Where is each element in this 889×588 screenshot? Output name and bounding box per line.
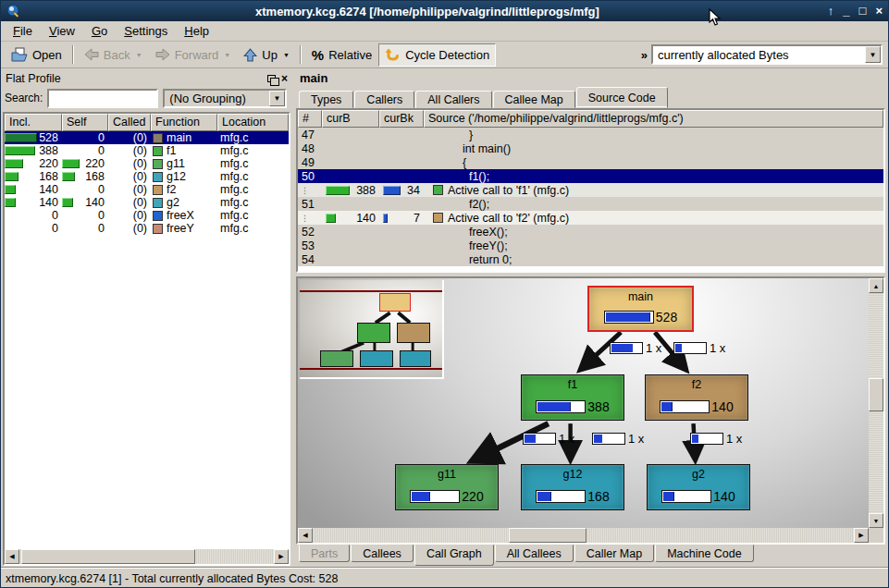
scroll-track[interactable] xyxy=(19,549,274,564)
forward-button[interactable]: Forward ▼ xyxy=(149,43,238,67)
source-text: freeY(); xyxy=(424,239,883,252)
flat-profile-hscrollbar[interactable]: ◀ ▶ xyxy=(5,549,289,564)
dock-float-icon[interactable] xyxy=(267,75,276,82)
source-line[interactable]: 49{ xyxy=(298,155,883,169)
scroll-down-icon[interactable]: ▼ xyxy=(869,513,883,528)
column-header-called[interactable]: Called xyxy=(108,114,151,131)
search-input[interactable] xyxy=(47,89,158,108)
menu-view[interactable]: View xyxy=(41,22,83,40)
event-type-dropdown-icon[interactable]: ▼ xyxy=(865,46,881,63)
tab-machine-code[interactable]: Machine Code xyxy=(655,545,754,562)
tab-caller-map[interactable]: Caller Map xyxy=(574,545,654,562)
graph-node-f2[interactable]: f2140 xyxy=(645,374,748,421)
source-line[interactable]: 51 f2(); xyxy=(298,197,883,211)
graph-node-g2[interactable]: g2140 xyxy=(647,464,750,510)
menu-help[interactable]: Help xyxy=(176,22,217,40)
source-call-line[interactable]: ⋮38834Active call to 'f1' (mfg.c) xyxy=(298,183,883,197)
scroll-thumb[interactable] xyxy=(21,549,195,564)
graph-node-g11[interactable]: g11220 xyxy=(395,464,499,510)
open-button[interactable]: Open xyxy=(5,43,68,67)
title-bar[interactable]: xtmemory.kcg.6274 [/home/philippe/valgri… xyxy=(1,1,888,21)
scroll-left-icon[interactable]: ◀ xyxy=(298,528,313,543)
cycle-arrow-icon xyxy=(385,48,401,62)
scroll-up-icon[interactable]: ▲ xyxy=(869,278,883,293)
edge-cost-fill xyxy=(594,435,602,443)
source-line[interactable]: 53 freeY(); xyxy=(298,239,883,252)
up-button[interactable]: Up ▼ xyxy=(237,43,296,67)
menu-file[interactable]: File xyxy=(5,22,41,40)
maximize-button[interactable]: □ xyxy=(859,2,867,20)
edge-label-f1-g12[interactable]: 1 x xyxy=(592,432,644,446)
toolbar-overflow-icon[interactable]: » xyxy=(641,48,648,62)
graph-overview-map[interactable] xyxy=(300,280,444,379)
table-row[interactable]: 3880(0)f1mfg.c xyxy=(5,144,289,157)
tab-callee-map[interactable]: Callee Map xyxy=(493,91,575,108)
function-type-icon xyxy=(153,198,163,208)
flat-profile-dock-header[interactable]: Flat Profile × xyxy=(3,69,290,87)
scroll-track[interactable] xyxy=(313,528,854,543)
table-row[interactable]: 140140(0)g2mfg.c xyxy=(5,196,289,209)
column-header-self[interactable]: Self xyxy=(62,114,108,131)
column-header-function[interactable]: Function xyxy=(151,114,217,131)
table-row[interactable]: 00(0)freeYmfg.c xyxy=(5,222,289,235)
tab-call-graph[interactable]: Call Graph xyxy=(414,545,494,566)
tab-callers[interactable]: Callers xyxy=(354,91,414,108)
grouping-select[interactable]: (No Grouping) ▼ xyxy=(163,89,287,108)
scroll-right-icon[interactable]: ▶ xyxy=(274,549,289,564)
edge-label-main-f1[interactable]: 1 x xyxy=(610,341,661,355)
up-dropdown-icon[interactable]: ▼ xyxy=(283,52,290,58)
dock-close-icon[interactable]: × xyxy=(281,74,288,83)
menu-go[interactable]: Go xyxy=(83,22,116,40)
forward-dropdown-icon[interactable]: ▼ xyxy=(224,52,230,58)
scroll-right-icon[interactable]: ▶ xyxy=(854,528,869,543)
graph-node-main[interactable]: main528 xyxy=(587,286,694,332)
close-button[interactable]: × xyxy=(875,2,883,20)
graph-node-g12[interactable]: g12168 xyxy=(521,464,624,510)
table-row[interactable]: 5280(0)mainmfg.c xyxy=(5,131,289,144)
scroll-left-icon[interactable]: ◀ xyxy=(5,549,19,564)
line-number: 51 xyxy=(298,198,322,211)
edge-label-f1-g11[interactable]: 1 x xyxy=(523,432,574,446)
column-header-incl[interactable]: Incl. xyxy=(5,114,62,131)
source-column-header-1[interactable]: curB xyxy=(322,110,379,128)
graph-node-f1[interactable]: f1388 xyxy=(521,374,624,421)
source-column-header-0[interactable]: # xyxy=(298,110,322,128)
column-header-location[interactable]: Location xyxy=(217,114,289,131)
source-line[interactable]: 48int main() xyxy=(298,141,883,155)
shade-button[interactable]: ↑ xyxy=(828,2,834,20)
menu-settings[interactable]: Settings xyxy=(116,22,176,40)
source-line[interactable]: 52 freeX(); xyxy=(298,225,883,239)
source-line[interactable]: 47 } xyxy=(298,128,883,141)
minimize-button[interactable]: _ xyxy=(843,2,849,20)
event-type-select[interactable]: currently allocated Bytes ▼ xyxy=(651,44,883,65)
source-line[interactable]: 54 return 0; xyxy=(298,252,883,266)
source-column-header-3[interactable]: Source ('/home/philippe/valgrind/littlep… xyxy=(424,110,883,128)
back-button[interactable]: Back ▼ xyxy=(78,43,149,67)
table-row[interactable]: 168168(0)g12mfg.c xyxy=(5,170,289,183)
graph-hscrollbar[interactable]: ◀ ▶ xyxy=(298,528,869,543)
grouping-dropdown-icon[interactable]: ▼ xyxy=(269,91,285,106)
relative-button[interactable]: % Relative xyxy=(305,43,378,67)
tab-source-code[interactable]: Source Code xyxy=(576,87,668,108)
source-column-header-2[interactable]: curBk xyxy=(379,110,424,128)
tab-parts[interactable]: Parts xyxy=(299,545,350,562)
tab-all-callees[interactable]: All Callees xyxy=(495,545,574,562)
source-line[interactable]: 50 f1(); xyxy=(298,169,883,183)
table-row[interactable]: 220220(0)g11mfg.c xyxy=(5,157,289,170)
back-dropdown-icon[interactable]: ▼ xyxy=(136,52,142,58)
edge-label-f2-g2[interactable]: 1 x xyxy=(690,432,742,446)
scroll-thumb[interactable] xyxy=(869,378,883,411)
tab-all-callers[interactable]: All Callers xyxy=(415,91,491,108)
call-graph-canvas[interactable]: main528f1388f2140g11220g12168g2140 1 x1 … xyxy=(298,278,869,528)
tab-callees[interactable]: Callees xyxy=(351,545,414,562)
tab-types[interactable]: Types xyxy=(299,91,353,108)
table-row[interactable]: 1400(0)f2mfg.c xyxy=(5,183,289,196)
cycle-detection-button[interactable]: Cycle Detection xyxy=(378,43,496,67)
node-cost-fill xyxy=(661,402,673,411)
scroll-thumb[interactable] xyxy=(509,528,586,543)
edge-label-main-f2[interactable]: 1 x xyxy=(673,341,725,355)
source-call-line[interactable]: ⋮1407Active call to 'f2' (mfg.c) xyxy=(298,211,883,225)
table-row[interactable]: 00(0)freeXmfg.c xyxy=(5,209,289,222)
scroll-track[interactable] xyxy=(869,293,883,513)
graph-vscrollbar[interactable]: ▲ ▼ xyxy=(869,278,883,528)
